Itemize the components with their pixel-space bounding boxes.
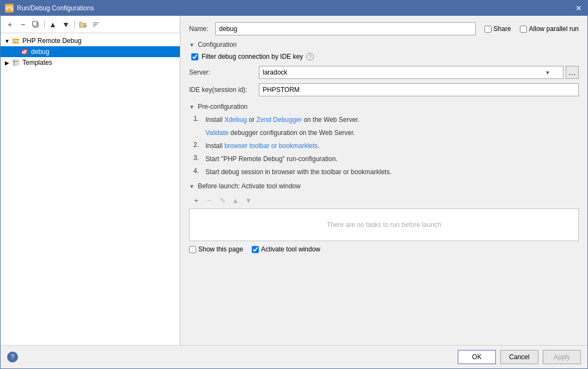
move-up-button[interactable]: ▲ [47,19,59,30]
allow-parallel-checkbox-row: Allow parallel run [520,25,579,33]
remove-task-button[interactable]: − [203,194,215,206]
share-checkbox[interactable] [484,26,492,33]
before-launch-header: ▼ Before launch: Activate tool window [189,182,579,190]
activate-tool-checkbox[interactable] [252,246,259,253]
step-3-num: 3. [193,154,203,162]
move-down-button[interactable]: ▼ [60,19,72,30]
debug-label: debug [31,48,49,56]
share-label: Share [494,25,511,33]
php-folder-icon: PHP [11,36,20,45]
step-4-row: 4. Start debug session in browser with t… [193,167,579,177]
activate-tool-row: Activate tool window [252,245,320,253]
tree-item-templates[interactable]: ▶ Templates [1,57,180,68]
templates-icon [11,58,20,67]
server-select[interactable]: laradock [259,66,563,79]
server-row: Server: laradock ▼ … [189,66,579,79]
launch-empty-text: There are no tasks to run before launch [326,221,441,229]
svg-text:PHP: PHP [14,39,20,43]
config-content: Name: Share Allow parallel run [180,16,587,345]
name-label: Name: [189,25,211,33]
server-select-wrapper: laradock ▼ [259,66,563,79]
apply-button[interactable]: Apply [543,350,581,364]
server-dots-button[interactable]: … [566,66,579,79]
sort-button[interactable] [90,19,102,30]
svg-text:PS: PS [6,5,14,11]
cancel-button[interactable]: Cancel [500,350,538,364]
step-4-num: 4. [193,167,203,175]
debug-config-icon: ▶ [20,47,29,56]
svg-rect-12 [24,50,27,51]
tree-item-php-remote-debug[interactable]: ▼ PHP PHP Remote Debug [1,35,180,46]
share-area: Share Allow parallel run [484,25,579,33]
server-label: Server: [189,69,254,76]
step-3-row: 3. Start "PHP Remote Debug" run-configur… [193,154,579,164]
remove-config-button[interactable]: − [17,19,29,30]
move-task-down-button[interactable]: ▼ [243,194,254,206]
move-task-up-button[interactable]: ▲ [229,194,241,206]
share-checkbox-row: Share [484,25,511,33]
activate-tool-label: Activate tool window [261,245,320,253]
ide-key-input[interactable] [259,83,579,96]
browser-toolbar-link[interactable]: browser toolbar or bookmarklets [225,142,318,150]
svg-rect-14 [24,53,26,54]
validate-link[interactable]: Validate [205,129,228,137]
edit-task-button[interactable]: ✎ [216,194,228,206]
pre-configuration-section: ▼ Pre-configuration 1. Install Xdebug or… [189,103,579,177]
new-folder-button[interactable]: + [77,19,89,30]
step-1-text: Install Xdebug or Zend Debugger on the W… [205,115,360,125]
step-3-text: Start "PHP Remote Debug" run-configurati… [205,154,337,164]
launch-empty-area: There are no tasks to run before launch [189,208,579,241]
ide-key-row: IDE key(session id): [189,83,579,96]
expand-icon[interactable]: ▼ [3,38,11,44]
svg-rect-3 [33,21,37,26]
server-select-wrap: laradock ▼ … [259,66,579,79]
xdebug-link[interactable]: Xdebug [225,116,247,124]
svg-rect-13 [24,52,27,53]
title-bar: PS Run/Debug Configurations ✕ [1,1,587,16]
before-launch-section: ▼ Before launch: Activate tool window + … [189,182,579,253]
zend-debugger-link[interactable]: Zend Debugger [256,116,301,124]
show-page-checkbox[interactable] [189,246,196,253]
pre-configuration-collapse[interactable]: ▼ [189,104,195,110]
tree-item-debug[interactable]: ▶ debug [1,46,180,57]
app-icon: PS [5,4,14,13]
help-button[interactable]: ? [7,352,18,362]
debug-expand-spacer [11,49,20,55]
filter-label: Filter debug connection by IDE key [202,53,303,60]
validate-row: Validate debugger configuration on the W… [193,128,579,138]
add-config-button[interactable]: + [4,19,16,30]
show-page-label: Show this page [198,245,243,253]
step-2-num: 2. [193,141,203,149]
bottom-bar-left: ? [7,352,453,362]
ide-key-label: IDE key(session id): [189,86,254,94]
right-panel: Name: Share Allow parallel run [180,16,587,345]
step-1-row: 1. Install Xdebug or Zend Debugger on th… [193,115,579,125]
before-launch-title: Before launch: Activate tool window [198,182,301,190]
name-input[interactable] [215,22,476,35]
configuration-collapse[interactable]: ▼ [189,42,195,48]
filter-checkbox[interactable] [191,53,198,60]
config-toolbar: + − ▲ ▼ + [1,16,180,33]
php-remote-debug-label: PHP Remote Debug [22,37,82,45]
configuration-header: ▼ Configuration [189,41,579,48]
pre-configuration-header: ▼ Pre-configuration [189,103,579,110]
add-task-button[interactable]: + [190,194,202,206]
copy-config-button[interactable] [30,19,42,30]
preconfig-steps: 1. Install Xdebug or Zend Debugger on th… [193,115,579,177]
left-panel: + − ▲ ▼ + ▼ [1,16,180,345]
show-page-row: Show this page [189,245,243,253]
configuration-section: ▼ Configuration Filter debug connection … [189,41,579,96]
step-4-text: Start debug session in browser with the … [205,167,392,177]
step-2-text: Install browser toolbar or bookmarklets. [205,141,319,151]
config-tree: ▼ PHP PHP Remote Debug [1,33,180,345]
allow-parallel-label: Allow parallel run [529,25,579,33]
templates-expand[interactable]: ▶ [3,60,11,66]
before-launch-collapse[interactable]: ▼ [189,183,195,189]
ok-button[interactable]: OK [458,350,496,364]
close-button[interactable]: ✕ [574,4,583,13]
templates-label: Templates [22,59,52,66]
allow-parallel-checkbox[interactable] [520,26,527,33]
help-icon[interactable]: ? [306,53,314,60]
svg-rect-15 [13,59,19,66]
step-2-row: 2. Install browser toolbar or bookmarkle… [193,141,579,151]
